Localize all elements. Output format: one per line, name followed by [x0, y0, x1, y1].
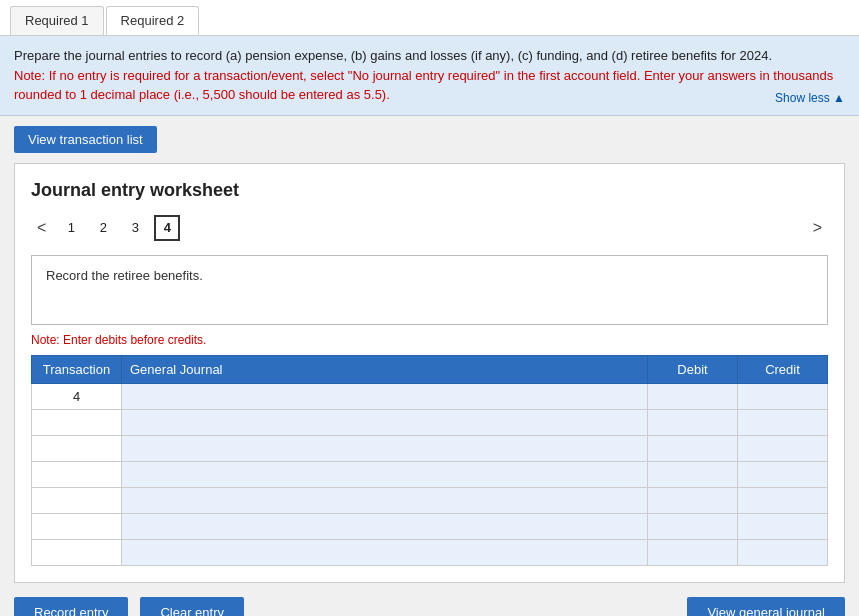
general-journal-cell[interactable] [122, 435, 648, 461]
instructions-panel: Prepare the journal entries to record (a… [0, 36, 859, 116]
table-row [32, 487, 828, 513]
table-row [32, 513, 828, 539]
credit-cell[interactable] [738, 461, 828, 487]
debit-input[interactable] [648, 540, 737, 565]
credit-input[interactable] [738, 540, 827, 565]
col-debit: Debit [648, 355, 738, 383]
general-journal-input[interactable] [122, 384, 647, 409]
debit-input[interactable] [648, 514, 737, 539]
credit-cell[interactable] [738, 513, 828, 539]
credit-cell[interactable] [738, 539, 828, 565]
credit-cell[interactable] [738, 435, 828, 461]
transaction-cell: 4 [32, 383, 122, 409]
table-row [32, 539, 828, 565]
journal-table: Transaction General Journal Debit Credit… [31, 355, 828, 566]
col-transaction: Transaction [32, 355, 122, 383]
debit-input[interactable] [648, 436, 737, 461]
description-box: Record the retiree benefits. [31, 255, 828, 325]
button-bar: Record entry Clear entry View general jo… [0, 597, 859, 617]
debit-credit-note: Note: Enter debits before credits. [31, 333, 828, 347]
debit-cell[interactable] [648, 461, 738, 487]
step-4[interactable]: 4 [154, 215, 180, 241]
step-next-button[interactable]: > [807, 217, 828, 239]
credit-cell[interactable] [738, 487, 828, 513]
view-general-journal-button[interactable]: View general journal [687, 597, 845, 617]
general-journal-cell[interactable] [122, 513, 648, 539]
clear-entry-button[interactable]: Clear entry [140, 597, 244, 617]
credit-cell[interactable] [738, 383, 828, 409]
general-journal-cell[interactable] [122, 383, 648, 409]
instructions-text-main: Prepare the journal entries to record (a… [14, 48, 772, 63]
debit-cell[interactable] [648, 383, 738, 409]
credit-input[interactable] [738, 436, 827, 461]
general-journal-input[interactable] [122, 488, 647, 513]
tabs-bar: Required 1 Required 2 [0, 0, 859, 36]
page-wrapper: Required 1 Required 2 Prepare the journa… [0, 0, 859, 616]
worksheet-title: Journal entry worksheet [31, 180, 828, 201]
debit-input[interactable] [648, 462, 737, 487]
step-3[interactable]: 3 [122, 215, 148, 241]
table-row [32, 461, 828, 487]
transaction-cell [32, 461, 122, 487]
transaction-cell [32, 487, 122, 513]
instructions-text-note: Note: If no entry is required for a tran… [14, 68, 833, 103]
step-1[interactable]: 1 [58, 215, 84, 241]
debit-input[interactable] [648, 384, 737, 409]
general-journal-cell[interactable] [122, 487, 648, 513]
general-journal-input[interactable] [122, 436, 647, 461]
view-transaction-button[interactable]: View transaction list [14, 126, 157, 153]
step-prev-button[interactable]: < [31, 217, 52, 239]
transaction-cell [32, 539, 122, 565]
general-journal-input[interactable] [122, 540, 647, 565]
show-less-link[interactable]: Show less ▲ [775, 89, 845, 107]
credit-input[interactable] [738, 514, 827, 539]
worksheet-card: Journal entry worksheet < 1 2 3 4 > Reco… [14, 163, 845, 583]
col-general-journal: General Journal [122, 355, 648, 383]
tab-required2[interactable]: Required 2 [106, 6, 200, 35]
general-journal-input[interactable] [122, 410, 647, 435]
view-transaction-bar: View transaction list [0, 116, 859, 163]
transaction-cell [32, 435, 122, 461]
general-journal-cell[interactable] [122, 461, 648, 487]
credit-cell[interactable] [738, 409, 828, 435]
general-journal-input[interactable] [122, 514, 647, 539]
step-2[interactable]: 2 [90, 215, 116, 241]
general-journal-cell[interactable] [122, 409, 648, 435]
transaction-cell [32, 409, 122, 435]
debit-cell[interactable] [648, 539, 738, 565]
step-navigation: < 1 2 3 4 > [31, 215, 828, 241]
debit-cell[interactable] [648, 435, 738, 461]
table-row: 4 [32, 383, 828, 409]
credit-input[interactable] [738, 462, 827, 487]
tab-required1[interactable]: Required 1 [10, 6, 104, 35]
table-row [32, 435, 828, 461]
col-credit: Credit [738, 355, 828, 383]
debit-cell[interactable] [648, 409, 738, 435]
credit-input[interactable] [738, 410, 827, 435]
debit-input[interactable] [648, 410, 737, 435]
credit-input[interactable] [738, 488, 827, 513]
debit-cell[interactable] [648, 487, 738, 513]
general-journal-input[interactable] [122, 462, 647, 487]
debit-cell[interactable] [648, 513, 738, 539]
transaction-cell [32, 513, 122, 539]
debit-input[interactable] [648, 488, 737, 513]
general-journal-cell[interactable] [122, 539, 648, 565]
record-entry-button[interactable]: Record entry [14, 597, 128, 617]
credit-input[interactable] [738, 384, 827, 409]
table-row [32, 409, 828, 435]
